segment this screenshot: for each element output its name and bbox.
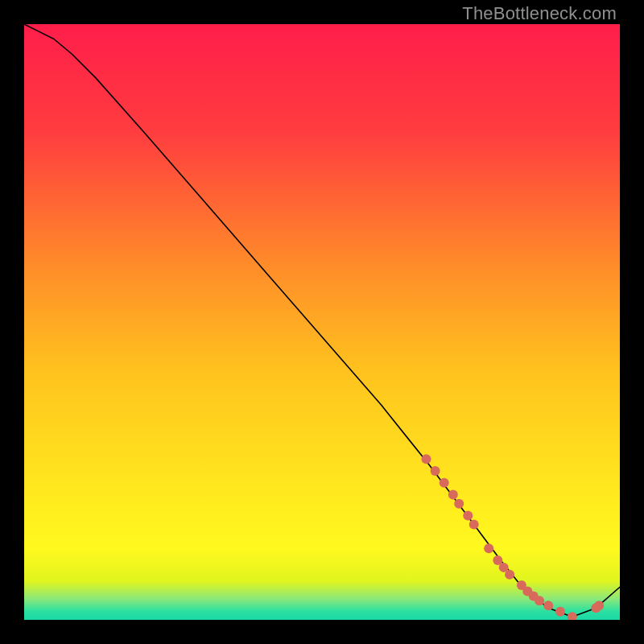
scatter-point [555, 607, 565, 617]
chart-stage: TheBottleneck.com [0, 0, 644, 644]
scatter-point [594, 601, 604, 610]
plot-area [24, 24, 620, 620]
chart-svg [24, 24, 620, 620]
scatter-point [448, 490, 458, 500]
scatter-point [454, 499, 464, 509]
scatter-point [422, 454, 431, 464]
gradient-background [24, 24, 620, 620]
scatter-point [463, 511, 473, 521]
scatter-point [469, 520, 479, 530]
scatter-point [484, 543, 493, 553]
scatter-point [543, 601, 553, 610]
scatter-point [431, 466, 440, 476]
scatter-point [440, 478, 449, 488]
scatter-point [505, 570, 514, 580]
scatter-point [535, 596, 544, 605]
watermark-text: TheBottleneck.com [462, 3, 617, 24]
